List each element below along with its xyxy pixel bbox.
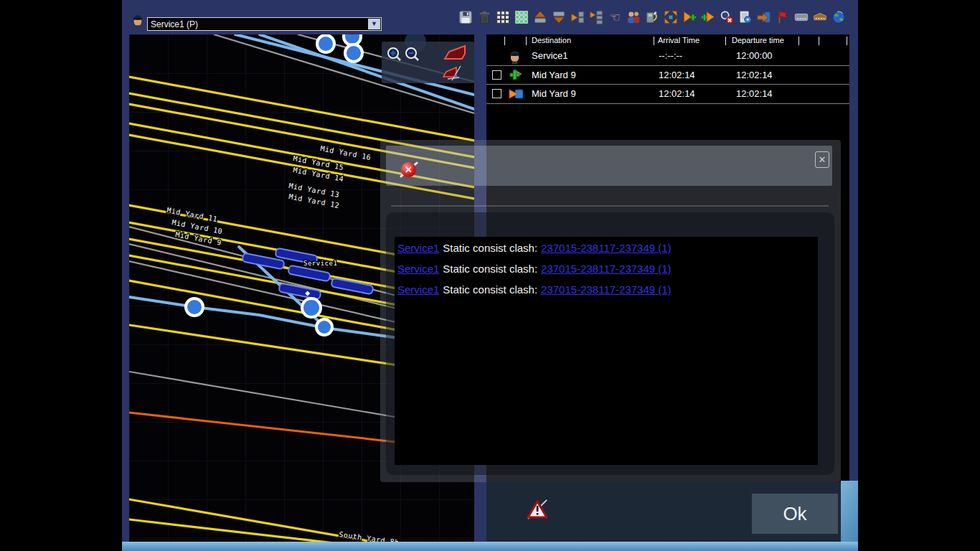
service-selector-dropdown[interactable]: Service1 (P) ▼: [147, 17, 382, 31]
timetable-header: Destination Arrival Time Departure time: [486, 36, 849, 46]
passengers-icon[interactable]: [626, 9, 641, 25]
platform-icon[interactable]: [793, 9, 809, 25]
window-border: [841, 481, 858, 551]
map-service-label: Service1: [303, 260, 337, 267]
export-icon[interactable]: [756, 9, 772, 25]
service-link[interactable]: Service1: [397, 283, 439, 296]
dialog-title-bar: [386, 146, 832, 186]
error-message: Static consist clash:: [443, 283, 537, 296]
svg-text:☜: ☜: [609, 10, 621, 24]
map-zoom-panel: [382, 42, 474, 83]
raise-icon[interactable]: [532, 9, 548, 25]
error-line: Service1Static consist clash:237015-2381…: [397, 283, 818, 304]
driver-icon: [131, 11, 144, 32]
error-message: Static consist clash:: [443, 263, 537, 275]
col-departure: Departure time: [732, 36, 784, 44]
add-instruction-icon: [509, 68, 523, 85]
screen: Service1 (P) ▼ ☜: [0, 0, 980, 551]
departure-cell: 12:02:14: [736, 85, 773, 103]
remove-search-icon[interactable]: [719, 9, 735, 25]
destination-cell: Mid Yard 9: [532, 85, 576, 103]
world-icon[interactable]: [831, 9, 847, 25]
close-icon[interactable]: ✕: [815, 151, 829, 168]
col-destination: Destination: [532, 36, 571, 44]
timetable-row-instruction[interactable]: Mid Yard 9 12:02:14 12:02:14: [486, 66, 849, 85]
chevron-down-icon[interactable]: ▼: [368, 19, 380, 29]
destination-cell: Mid Yard 9: [532, 66, 576, 85]
marker-icon[interactable]: [812, 9, 828, 25]
error-line: Service1Static consist clash:237015-2381…: [397, 242, 818, 263]
error-marker-icon: ✕: [399, 159, 419, 179]
row-checkbox[interactable]: [492, 70, 501, 80]
ok-button[interactable]: Ok: [752, 494, 838, 534]
arrival-cell: --:--:--: [659, 46, 682, 65]
col-arrival: Arrival Time: [658, 36, 699, 44]
expand-icon[interactable]: [663, 9, 679, 25]
window-border: [122, 542, 858, 551]
save-icon[interactable]: [458, 9, 473, 25]
departure-cell: 12:02:14: [736, 66, 773, 85]
error-log: Service1Static consist clash:237015-2381…: [395, 237, 818, 465]
driver-icon: [508, 47, 522, 67]
add-service-alt-icon[interactable]: [700, 9, 716, 25]
timetable-row-instruction[interactable]: Mid Yard 9 12:02:14 12:02:14: [486, 85, 849, 103]
warning-icon: [527, 499, 548, 522]
consist-clash-dialog: ✕ ✕ Service1Static consist clash:237015-…: [380, 140, 841, 482]
dialog-footer-panel: Ok: [486, 482, 841, 542]
delete-icon[interactable]: [476, 9, 492, 25]
row-divider: [486, 103, 849, 104]
timetable-row-service[interactable]: Service1 --:--:-- 12:00:00: [486, 46, 849, 65]
insert-after-icon[interactable]: [588, 9, 604, 25]
dialog-divider: [391, 205, 829, 207]
pointer-hand-icon[interactable]: ☜: [607, 9, 623, 25]
service-link[interactable]: Service1: [397, 263, 439, 275]
service-link[interactable]: Service1: [397, 242, 439, 254]
arrival-cell: 12:02:14: [659, 85, 695, 103]
error-line: Service1Static consist clash:237015-2381…: [397, 263, 818, 283]
arrival-cell: 12:02:14: [659, 66, 695, 85]
fuel-icon[interactable]: [644, 9, 660, 25]
consist-link[interactable]: 237015-238117-237349 (1): [541, 283, 672, 296]
departure-cell: 12:00:00: [736, 46, 773, 65]
insert-before-icon[interactable]: [570, 9, 585, 25]
error-message: Static consist clash:: [443, 242, 537, 254]
toolbar: ☜: [458, 9, 847, 25]
grid-active-icon[interactable]: [514, 9, 529, 25]
consist-link[interactable]: 237015-238117-237349 (1): [541, 242, 672, 254]
row-checkbox[interactable]: [492, 89, 501, 98]
destination-cell: Service1: [532, 46, 568, 65]
lower-icon[interactable]: [551, 9, 567, 25]
scenario-properties-icon[interactable]: [738, 9, 753, 25]
grid-icon[interactable]: [495, 9, 511, 25]
add-service-icon[interactable]: [682, 9, 697, 25]
service-selector-value: Service1 (P): [148, 19, 368, 29]
pickup-instruction-icon: [509, 87, 523, 103]
flag-icon[interactable]: [775, 9, 791, 25]
consist-link[interactable]: 237015-238117-237349 (1): [541, 263, 672, 275]
